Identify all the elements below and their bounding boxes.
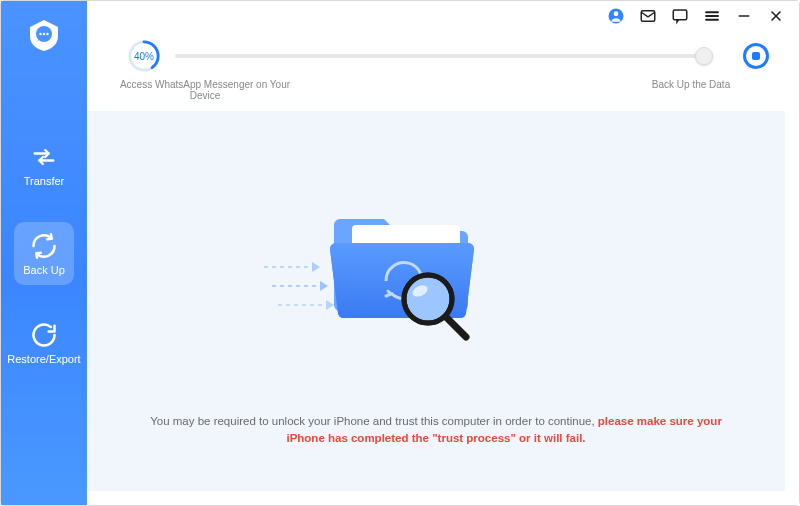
sidebar-item-label: Restore/Export — [7, 353, 80, 366]
sidebar-item-transfer[interactable]: Transfer — [14, 133, 74, 196]
stop-button[interactable] — [743, 43, 769, 69]
svg-point-3 — [46, 33, 48, 35]
progress-circle: 40% — [127, 39, 161, 73]
sidebar-item-label: Transfer — [24, 175, 65, 188]
close-button[interactable] — [767, 7, 785, 25]
svg-line-19 — [446, 317, 466, 337]
motion-arrows-icon — [264, 253, 336, 319]
restore-icon — [30, 321, 58, 349]
app-logo-icon — [26, 17, 62, 53]
step-labels: Access WhatsApp Messenger on Your Device… — [87, 79, 799, 107]
feedback-icon[interactable] — [671, 7, 689, 25]
step2-label: Back Up the Data — [611, 79, 771, 101]
titlebar — [87, 1, 799, 31]
minimize-button[interactable] — [735, 7, 753, 25]
app-window: Transfer Back Up Restore/Export — [0, 0, 800, 506]
transfer-icon — [30, 143, 58, 171]
backup-icon — [30, 232, 58, 260]
menu-icon[interactable] — [703, 7, 721, 25]
content-area: You may be required to unlock your iPhon… — [87, 111, 785, 491]
svg-point-2 — [43, 33, 45, 35]
progress-row: 40% — [87, 31, 799, 79]
progress-percent: 40% — [127, 39, 161, 73]
progress-track — [175, 54, 703, 58]
sidebar-item-restore[interactable]: Restore/Export — [14, 311, 74, 374]
step1-label: Access WhatsApp Messenger on Your Device — [105, 79, 305, 101]
svg-point-5 — [614, 11, 619, 16]
sidebar-item-backup[interactable]: Back Up — [14, 222, 74, 285]
folder-scan-illustration — [316, 191, 556, 351]
instruction-message: You may be required to unlock your iPhon… — [87, 413, 785, 448]
svg-point-1 — [39, 33, 41, 35]
stop-icon — [752, 52, 760, 60]
sidebar: Transfer Back Up Restore/Export — [1, 1, 87, 505]
folder-icon — [316, 191, 496, 351]
account-icon[interactable] — [607, 7, 625, 25]
sidebar-item-label: Back Up — [23, 264, 65, 277]
main-panel: 40% Access WhatsApp Messenger on Your De… — [87, 1, 799, 505]
instruction-prefix: You may be required to unlock your iPhon… — [150, 415, 598, 427]
mail-icon[interactable] — [639, 7, 657, 25]
progress-knob — [695, 47, 713, 65]
svg-rect-7 — [673, 10, 687, 20]
